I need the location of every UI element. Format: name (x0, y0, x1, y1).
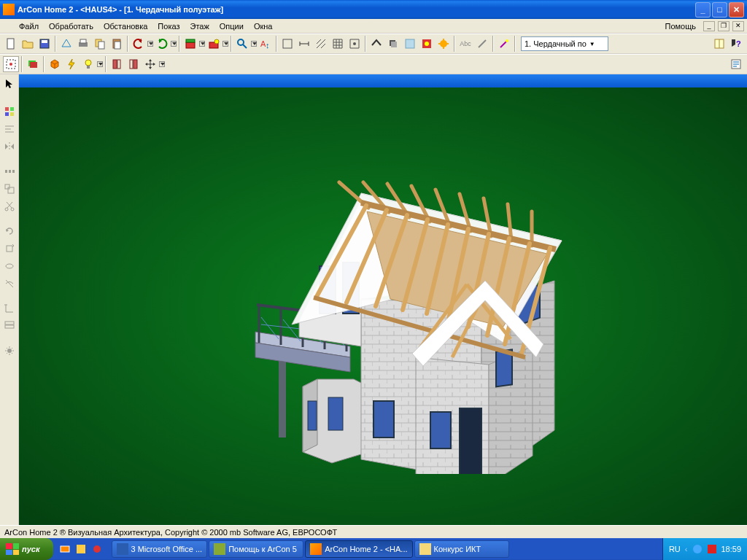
move-dropdown-icon[interactable] (159, 61, 165, 67)
library-dropdown-icon[interactable] (199, 41, 205, 47)
second-toolbar (0, 54, 747, 74)
svg-rect-6 (98, 42, 104, 49)
roof-button[interactable] (368, 36, 384, 52)
svg-rect-0 (7, 39, 14, 49)
clock[interactable]: 18:59 (721, 545, 741, 553)
transparency-button[interactable] (402, 36, 418, 52)
svg-rect-55 (10, 112, 14, 116)
tray-icon-1[interactable] (692, 543, 703, 555)
move-button[interactable] (142, 56, 158, 72)
text-size-button[interactable]: A↕ (258, 36, 274, 52)
render-button[interactable] (419, 36, 435, 52)
document-title-bar[interactable] (19, 74, 747, 88)
shadow-button[interactable] (385, 36, 401, 52)
mdi-minimize-button[interactable]: _ (703, 21, 715, 31)
light-settings-button[interactable] (80, 56, 96, 72)
language-indicator[interactable]: RU (669, 545, 681, 553)
menu-edit[interactable]: Обработать (44, 20, 98, 32)
layers-button[interactable] (25, 56, 41, 72)
quick-launch-1[interactable] (58, 542, 72, 556)
taskbar-folder[interactable]: Конкурс ИКТ (414, 540, 509, 558)
tray-icon-2[interactable] (706, 543, 718, 555)
library-button[interactable] (182, 36, 198, 52)
lightning-button[interactable] (63, 56, 80, 72)
zoom-dropdown-icon[interactable] (251, 41, 257, 47)
redo-dropdown-icon[interactable] (171, 41, 177, 47)
svg-rect-17 (283, 39, 292, 48)
start-button[interactable]: пуск (0, 538, 53, 560)
save-button[interactable] (36, 36, 53, 52)
light-dropdown-icon[interactable] (97, 61, 103, 67)
menu-windows[interactable]: Окна (249, 20, 277, 32)
object-button[interactable] (206, 36, 222, 52)
paste-button[interactable] (109, 36, 125, 52)
menu-floor[interactable]: Этаж (185, 20, 213, 32)
info-button[interactable] (728, 56, 744, 72)
help-book-button[interactable] (711, 36, 727, 52)
minimize-button[interactable]: _ (695, 2, 711, 18)
rotate-free-tool[interactable] (1, 258, 18, 274)
group-tool[interactable] (1, 104, 18, 120)
measure-tool[interactable] (1, 300, 18, 316)
system-tray[interactable]: RU ‹ 18:59 (662, 538, 747, 560)
text-button[interactable]: Abc (457, 36, 473, 52)
walls-button[interactable] (279, 36, 295, 52)
menu-help[interactable]: Помощь (661, 20, 701, 32)
menu-file[interactable]: Файл (15, 20, 43, 32)
menu-furnishing[interactable]: Обстановка (99, 20, 152, 32)
sun-tool[interactable] (1, 343, 18, 359)
taskbar-help[interactable]: Помощь к ArCon 5 (209, 540, 303, 558)
copy-button[interactable] (92, 36, 108, 52)
context-help-button[interactable]: ? (728, 36, 744, 52)
dimension-tool-button[interactable] (474, 36, 490, 52)
door-close-button[interactable] (125, 56, 142, 72)
new-button[interactable] (3, 36, 19, 52)
hatching-button[interactable] (313, 36, 329, 52)
raytrace-button[interactable] (436, 36, 452, 52)
wizard-button[interactable] (496, 36, 512, 52)
grid-button[interactable] (330, 36, 346, 52)
zoom-button[interactable] (234, 36, 250, 52)
close-button[interactable]: ✕ (729, 2, 744, 18)
snap-button[interactable] (347, 36, 363, 52)
floor-selector[interactable]: 1. Чердачный по ▼ (521, 36, 608, 51)
rotate-tool[interactable] (1, 223, 18, 239)
svg-point-32 (506, 39, 508, 42)
3d-viewport[interactable] (19, 88, 747, 525)
redo-button[interactable] (154, 36, 170, 52)
selection-mode-button[interactable] (3, 56, 19, 72)
layers-panel-tool[interactable] (1, 318, 18, 334)
svg-rect-72 (5, 322, 14, 324)
print-button[interactable] (75, 36, 91, 52)
door-open-button[interactable] (109, 56, 125, 72)
taskbar-arcon[interactable]: ArCon Home 2 - <HA... (305, 540, 412, 558)
menu-options[interactable]: Опции (215, 20, 248, 32)
3d-button[interactable] (47, 56, 63, 72)
mdi-restore-button[interactable]: ❐ (718, 21, 729, 31)
flip-tool[interactable] (1, 276, 18, 292)
quick-launch-3[interactable] (90, 542, 104, 556)
object-dropdown-icon[interactable] (222, 41, 228, 47)
quick-launch-2[interactable] (74, 542, 88, 556)
tray-expand-icon[interactable]: ‹ (685, 545, 688, 553)
cut-tool[interactable] (1, 198, 18, 214)
menu-view[interactable]: Показ (153, 20, 184, 32)
mirror-tool[interactable] (1, 139, 18, 155)
mdi-close-button[interactable]: ✕ (732, 21, 744, 31)
taskbar-word[interactable]: 3 Microsoft Office ... (112, 540, 208, 558)
scale-tool[interactable] (1, 181, 18, 197)
perspective-button[interactable] (58, 36, 74, 52)
rotate-90-tool[interactable] (1, 241, 18, 257)
svg-rect-27 (406, 39, 414, 48)
undo-dropdown-icon[interactable] (147, 41, 153, 47)
dimensions-button[interactable] (296, 36, 312, 52)
pointer-tool[interactable] (1, 76, 18, 92)
svg-rect-9 (186, 42, 195, 48)
svg-line-22 (317, 39, 321, 44)
maximize-button[interactable]: □ (712, 2, 727, 18)
open-button[interactable] (20, 36, 36, 52)
distribute-tool[interactable] (1, 163, 18, 179)
undo-button[interactable] (131, 36, 147, 52)
align-tool[interactable] (1, 121, 18, 137)
svg-rect-61 (9, 170, 11, 173)
